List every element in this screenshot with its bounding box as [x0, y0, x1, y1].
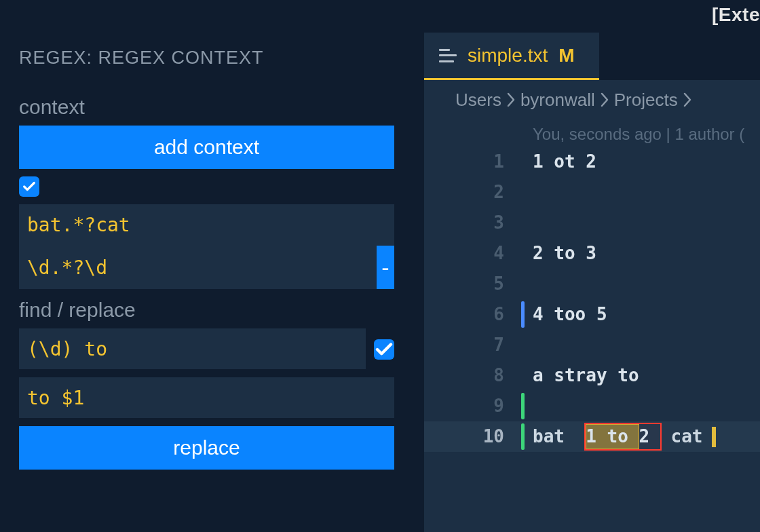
line-number: 1	[424, 147, 525, 177]
code-line[interactable]	[533, 391, 760, 421]
editor-tab-simple-txt[interactable]: simple.txt M	[424, 33, 599, 80]
context-pattern-1[interactable]: bat.*?cat	[19, 204, 394, 246]
code-line[interactable]: a stray to	[533, 360, 760, 391]
breadcrumb-segment[interactable]: Users	[455, 90, 501, 111]
find-replace-section-label: find / replace	[19, 299, 405, 322]
line-number: 3	[424, 208, 525, 238]
tab-filename: simple.txt	[468, 45, 548, 66]
add-context-button[interactable]: add context	[19, 126, 394, 169]
code-area[interactable]: You, seconds ago | 1 author ( 1234567891…	[424, 119, 760, 532]
line-number: 5	[424, 269, 525, 299]
green-change-marker	[521, 423, 525, 450]
editor-area: simple.txt M Users byronwall Projects Yo…	[424, 0, 760, 532]
context-pattern-2[interactable]: \d.*?\d	[19, 247, 377, 288]
code-line[interactable]: 2 to 3	[533, 238, 760, 269]
context-section-label: context	[19, 96, 405, 119]
context-enabled-checkbox[interactable]	[19, 176, 39, 197]
blame-annotation: You, seconds ago | 1 author (	[533, 125, 744, 144]
replace-button[interactable]: replace	[19, 426, 394, 470]
file-lines-icon	[439, 49, 457, 62]
line-number: 10	[424, 421, 525, 452]
replace-input[interactable]	[19, 377, 394, 418]
panel-title: REGEX: REGEX CONTEXT	[19, 48, 405, 69]
code-line[interactable]: 4 too 5	[533, 299, 760, 330]
line-number: 6	[424, 299, 525, 330]
find-enabled-checkbox[interactable]	[374, 339, 394, 360]
code-lines[interactable]: 1 ot 22 to 34 too 5a stray tobat 1 to 2 …	[525, 119, 760, 532]
context-patterns-box: bat.*?cat \d.*?\d -	[19, 204, 394, 289]
chevron-right-icon	[599, 92, 610, 107]
line-number: 7	[424, 330, 525, 360]
line-number-gutter: 12345678910	[424, 119, 525, 532]
line-number: 9	[424, 391, 525, 421]
find-input[interactable]	[19, 328, 366, 369]
blue-change-marker	[521, 301, 525, 328]
editor-tabbar: simple.txt M	[424, 33, 760, 80]
code-line[interactable]	[533, 330, 760, 360]
code-line[interactable]	[533, 269, 760, 299]
chevron-right-icon	[682, 92, 693, 107]
chevron-right-icon	[506, 92, 516, 107]
regex-sidebar: REGEX: REGEX CONTEXT context add context…	[0, 0, 424, 532]
line-number: 4	[424, 238, 525, 269]
tab-modified-badge: M	[558, 45, 574, 66]
remove-context-pattern-button[interactable]: -	[377, 246, 394, 289]
breadcrumb-segment[interactable]: byronwall	[520, 90, 595, 111]
code-line[interactable]: 1 ot 2	[533, 147, 760, 177]
line-number: 8	[424, 360, 525, 391]
breadcrumb-segment[interactable]: Projects	[614, 90, 678, 111]
green-change-marker	[521, 393, 525, 419]
line-number: 2	[424, 177, 525, 208]
code-line[interactable]	[533, 177, 760, 208]
regex-match: 1 to 2	[586, 421, 660, 452]
code-line[interactable]	[533, 208, 760, 238]
breadcrumbs[interactable]: Users byronwall Projects	[424, 80, 760, 119]
